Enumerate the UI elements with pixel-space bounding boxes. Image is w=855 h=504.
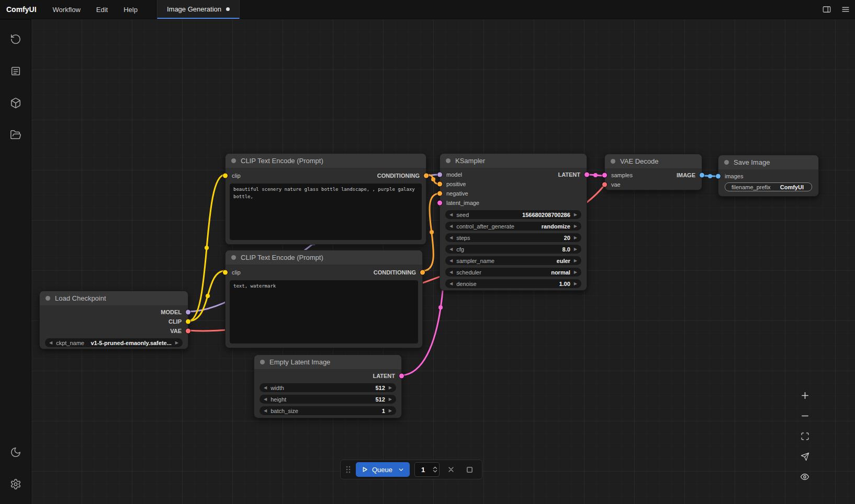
select-mode-button[interactable] — [797, 450, 813, 463]
next-value-arrow-icon[interactable]: ▶ — [175, 341, 178, 345]
settings-button[interactable] — [4, 473, 27, 496]
output-port-model[interactable] — [186, 310, 190, 315]
input-port-negative[interactable] — [437, 191, 442, 196]
input-port-clip[interactable] — [223, 270, 228, 275]
output-port-latent[interactable] — [399, 374, 404, 379]
batch-count-stepper[interactable] — [431, 463, 439, 476]
widget-scheduler[interactable]: ◀ scheduler normal ▶ — [445, 268, 581, 277]
widget-denoise[interactable]: ◀ denoise 1.00 ▶ — [445, 279, 581, 288]
output-port-clip[interactable] — [186, 319, 190, 324]
menu-help[interactable]: Help — [116, 0, 145, 19]
node-clip-text-encode-negative[interactable]: CLIP Text Encode (Prompt) clip CONDITION… — [225, 250, 423, 348]
prev-value-arrow-icon[interactable]: ◀ — [264, 409, 267, 413]
prev-value-arrow-icon[interactable]: ◀ — [264, 386, 267, 390]
widget-sampler-name[interactable]: ◀ sampler_name euler ▶ — [445, 256, 581, 265]
next-value-arrow-icon[interactable]: ▶ — [574, 236, 577, 240]
collapse-dot[interactable] — [611, 159, 615, 164]
widget-control-after-generate[interactable]: ◀ control_after_generate randomize ▶ — [445, 222, 581, 231]
zoom-out-button[interactable] — [797, 409, 813, 422]
port-row: negative — [440, 189, 587, 198]
prev-value-arrow-icon[interactable]: ◀ — [449, 247, 453, 251]
collapse-dot[interactable] — [446, 158, 451, 163]
node-header[interactable]: Empty Latent Image — [254, 355, 401, 369]
prev-value-arrow-icon[interactable]: ◀ — [449, 236, 453, 240]
input-port-vae[interactable] — [602, 182, 607, 187]
input-port-clip[interactable] — [223, 174, 228, 178]
drag-handle[interactable] — [345, 465, 351, 474]
main-menu-button[interactable] — [836, 0, 855, 19]
next-value-arrow-icon[interactable]: ▶ — [574, 270, 577, 274]
theme-toggle-button[interactable] — [4, 441, 27, 464]
node-header[interactable]: VAE Decode — [605, 154, 702, 168]
prompt-textarea[interactable]: text, watermark — [230, 280, 418, 343]
next-value-arrow-icon[interactable]: ▶ — [574, 213, 577, 217]
node-header[interactable]: Save Image — [718, 155, 818, 169]
widget-steps[interactable]: ◀ steps 20 ▶ — [445, 233, 581, 242]
prev-value-arrow-icon[interactable]: ◀ — [264, 397, 267, 402]
widget-batch-size[interactable]: ◀ batch_size 1 ▶ — [260, 406, 396, 415]
next-value-arrow-icon[interactable]: ▶ — [574, 282, 577, 286]
output-port-vae[interactable] — [186, 329, 190, 334]
prev-value-arrow-icon[interactable]: ◀ — [449, 224, 453, 228]
input-port-images[interactable] — [716, 174, 721, 179]
output-port-conditioning[interactable] — [420, 270, 425, 275]
output-port-conditioning[interactable] — [424, 174, 429, 178]
zoom-in-button[interactable] — [797, 388, 813, 402]
collapse-dot[interactable] — [260, 360, 265, 364]
input-port-model[interactable] — [437, 173, 442, 177]
output-port-image[interactable] — [700, 173, 704, 178]
clear-queue-button[interactable] — [444, 463, 458, 476]
node-header[interactable]: CLIP Text Encode (Prompt) — [226, 154, 426, 168]
output-port-latent[interactable] — [584, 173, 589, 177]
widget-ckpt-name[interactable]: ◀ ckpt_name v1-5-pruned-emaonly.safete..… — [45, 338, 183, 347]
next-value-arrow-icon[interactable]: ▶ — [389, 386, 392, 390]
sidebar-item-model-library[interactable] — [4, 91, 27, 114]
input-port-positive[interactable] — [437, 182, 442, 187]
node-header[interactable]: Load Checkpoint — [40, 291, 188, 305]
prev-value-arrow-icon[interactable]: ◀ — [449, 282, 453, 286]
collapse-dot[interactable] — [46, 296, 50, 301]
collapse-dot[interactable] — [724, 160, 729, 165]
node-empty-latent-image[interactable]: Empty Latent Image LATENT ◀ width 512 ▶ … — [254, 354, 402, 418]
node-header[interactable]: CLIP Text Encode (Prompt) — [226, 250, 422, 265]
input-port-latent-image[interactable] — [437, 201, 442, 205]
widget-height[interactable]: ◀ height 512 ▶ — [260, 395, 396, 404]
collapse-dot[interactable] — [231, 255, 236, 260]
widget-filename-prefix[interactable]: filename_prefix ComfyUI — [725, 182, 812, 191]
sidebar-item-queue[interactable] — [4, 60, 27, 83]
queue-button[interactable]: Queue — [356, 462, 410, 477]
toggle-panel-button[interactable] — [817, 0, 836, 19]
node-graph-canvas[interactable]: Load Checkpoint MODEL CLIP VAE ◀ ckpt_na… — [31, 19, 855, 504]
sidebar-item-history[interactable] — [4, 28, 27, 51]
node-save-image[interactable]: Save Image images filename_prefix ComfyU… — [718, 155, 819, 197]
node-header[interactable]: KSampler — [440, 154, 587, 168]
node-load-checkpoint[interactable]: Load Checkpoint MODEL CLIP VAE ◀ ckpt_na… — [39, 291, 188, 349]
toggle-link-visibility-button[interactable] — [797, 470, 813, 484]
node-ksampler[interactable]: KSampler model LATENT positive negative … — [440, 153, 587, 291]
prev-value-arrow-icon[interactable]: ◀ — [449, 259, 453, 263]
prompt-textarea[interactable]: beautiful scenery nature glass bottle la… — [230, 184, 422, 240]
node-clip-text-encode-positive[interactable]: CLIP Text Encode (Prompt) clip CONDITION… — [225, 153, 426, 245]
widget-seed[interactable]: ◀ seed 156680208700286 ▶ — [445, 210, 581, 219]
collapse-dot[interactable] — [231, 158, 236, 163]
prev-value-arrow-icon[interactable]: ◀ — [449, 213, 453, 217]
next-value-arrow-icon[interactable]: ▶ — [574, 224, 577, 228]
sidebar-item-workflows[interactable] — [4, 123, 27, 146]
next-value-arrow-icon[interactable]: ▶ — [574, 247, 577, 251]
next-value-arrow-icon[interactable]: ▶ — [389, 409, 392, 413]
prev-value-arrow-icon[interactable]: ◀ — [49, 341, 52, 345]
input-port-samples[interactable] — [602, 173, 607, 178]
menu-edit[interactable]: Edit — [88, 0, 116, 19]
widget-cfg[interactable]: ◀ cfg 8.0 ▶ — [445, 245, 581, 254]
menu-workflow[interactable]: Workflow — [45, 0, 88, 19]
prev-value-arrow-icon[interactable]: ◀ — [449, 270, 453, 274]
next-value-arrow-icon[interactable]: ▶ — [574, 259, 577, 263]
widget-width[interactable]: ◀ width 512 ▶ — [260, 383, 396, 392]
node-vae-decode[interactable]: VAE Decode samples IMAGE vae — [604, 154, 702, 190]
next-value-arrow-icon[interactable]: ▶ — [389, 397, 392, 402]
fit-view-button[interactable] — [797, 429, 813, 443]
tab-image-generation[interactable]: Image Generation — [157, 0, 240, 19]
stop-button[interactable] — [463, 463, 476, 476]
close-icon — [447, 466, 455, 473]
batch-count-input[interactable]: 1 — [415, 463, 431, 476]
